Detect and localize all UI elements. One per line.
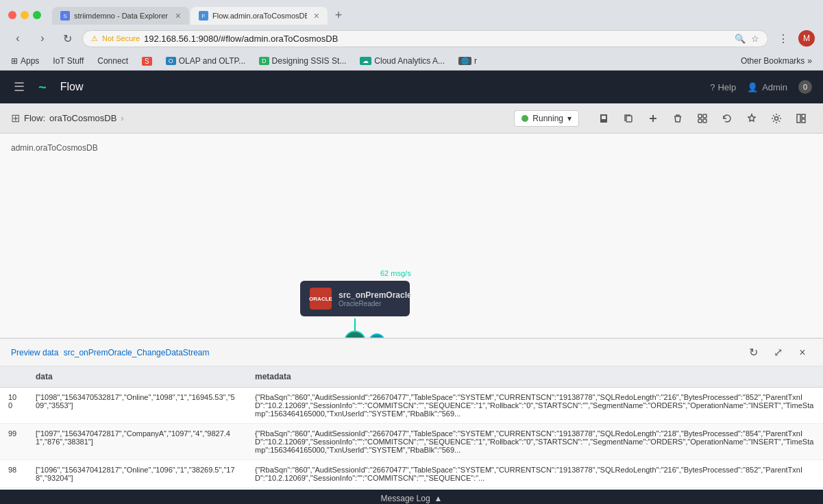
bookmark-s-icon: S [142,57,152,66]
row-metadata: {"RbaSqn":"860","AuditSessionId":"266704… [247,424,823,460]
canvas-label: admin.oraToCosmosDB [11,143,98,153]
bookmark-apps-label: Apps [21,56,39,66]
breadcrumb-flow-icon: ⊞ [11,112,20,125]
search-icon[interactable]: 🔍 [735,34,746,44]
source-node[interactable]: ORACLE src_onPremOracle OracleReader [300,281,410,316]
bookmark-r-label: r [474,56,477,66]
copy-button[interactable] [617,108,639,129]
svg-rect-8 [703,119,707,123]
admin-button[interactable]: 👤 Admin [747,82,787,92]
settings-button[interactable] [765,108,787,129]
bookmark-r-icon: 🌐 [458,57,471,65]
user-icon: 👤 [747,82,758,92]
new-tab-button[interactable]: + [329,5,348,25]
address-bar[interactable]: ⚠ Not Secure 192.168.56.1:9080/#flow/adm… [82,30,768,47]
forward-button[interactable]: › [33,29,52,48]
help-button[interactable]: ? Help [710,82,736,92]
bookmark-ssis[interactable]: D Designing SSIS St... [256,55,349,67]
preview-eye-button[interactable] [369,333,385,338]
tab-icon-striim: S [60,11,70,21]
row-metadata: {"RbaSqn":"860","AuditSessionId":"266704… [247,388,823,424]
svg-rect-5 [698,114,702,118]
svg-rect-11 [802,114,805,118]
other-bookmarks[interactable]: Other Bookmarks » [738,55,815,67]
alert-button[interactable] [741,108,763,129]
row-data: ["1098","1563470532817","Online","1098",… [27,388,247,424]
admin-label: Admin [762,82,787,92]
close-window-button[interactable] [8,11,16,19]
bookmark-iot[interactable]: IoT Stuff [50,55,86,67]
row-data: ["1097","1563470472817","CompanyA","1097… [27,424,247,460]
maximize-window-button[interactable] [33,11,41,19]
row-num: 98 [0,460,27,488]
app-header: ☰ ~ Flow ? Help 👤 Admin 0 [0,71,823,103]
tab-close-striim[interactable]: × [175,11,181,21]
profile-icon[interactable]: M [798,30,815,47]
bookmarks-bar: ⊞ Apps IoT Stuff Connect S O OLAP and OL… [0,52,823,71]
notification-count: 0 [803,83,807,91]
deploy-button[interactable] [691,108,713,129]
save-button[interactable] [593,108,615,129]
breadcrumb-flow-name: oraToCosmosDB [49,113,116,123]
bookmark-iot-label: IoT Stuff [53,56,84,66]
toolbar-icons [593,108,812,129]
sidebar-toggle-button[interactable]: ☰ [11,77,27,97]
row-metadata: {"RbaSqn":"860","AuditSessionId":"266704… [247,460,823,488]
help-label: Help [717,82,736,92]
tab-label-striim: striimdemno - Data Explorer - M... [74,12,169,20]
breadcrumb-flow-label: Flow: [24,113,45,123]
bookmark-cloud-label: Cloud Analytics A... [374,56,445,66]
message-log-expand-icon: ▲ [434,494,443,503]
layout-button[interactable] [790,108,812,129]
preview-title-prefix: Preview data [11,348,58,357]
bookmark-olap-label: OLAP and OLTP... [179,56,245,66]
extensions-button[interactable]: ⋮ [774,29,793,48]
message-log-bar[interactable]: Message Log ▲ [0,490,823,504]
tab-flow[interactable]: F Flow.admin.oraToCosmosDB × [191,7,328,25]
other-bookmarks-icon: » [807,56,812,66]
row-num: 100 [0,388,27,424]
back-button[interactable]: ‹ [8,29,27,48]
svg-rect-6 [703,114,707,118]
bookmark-star-icon[interactable]: ☆ [751,34,759,44]
security-label: Not Secure [102,34,140,42]
row-num: 99 [0,424,27,460]
preview-table-body: 100 ["1098","1563470532817","Online","10… [0,388,823,488]
header-actions: ? Help 👤 Admin 0 [710,80,812,94]
flow-canvas: admin.oraToCosmosDB 62 msg/s ORACLE src_… [0,134,823,338]
bookmark-r[interactable]: 🌐 r [456,55,480,67]
table-header-row: data metadata [0,366,823,388]
preview-stream-name: src_onPremOracle_ChangeDataStream [64,348,210,357]
tab-close-flow[interactable]: × [314,11,319,21]
status-dropdown-icon: ▾ [567,114,572,123]
table-row: 98 ["1096","1563470412817","Online","109… [0,460,823,488]
minimize-window-button[interactable] [21,11,29,19]
bookmark-connect-label: Connect [97,56,128,66]
bookmark-connect[interactable]: Connect [95,55,131,67]
tab-striim-demo[interactable]: S striimdemno - Data Explorer - M... × [52,7,189,25]
message-log-label: Message Log [381,494,430,503]
bookmark-cloud[interactable]: ☁ Cloud Analytics A... [357,55,447,67]
bookmark-olap[interactable]: O OLAP and OLTP... [163,55,248,67]
tab-label-flow: Flow.admin.oraToCosmosDB [212,12,307,20]
expand-button[interactable]: ⤢ [768,343,787,362]
undo-button[interactable] [716,108,738,129]
status-dot [521,115,528,122]
table-row: 99 ["1097","1563470472817","CompanyA","1… [0,424,823,460]
bookmark-apps[interactable]: ⊞ Apps [8,55,42,67]
processor-node[interactable] [344,331,366,338]
reload-button[interactable]: ↻ [58,29,77,48]
svg-rect-2 [606,114,607,120]
add-button[interactable] [642,108,664,129]
close-preview-button[interactable]: × [793,343,812,362]
app-title: Flow [60,81,699,93]
delete-button[interactable] [667,108,689,129]
browser-window-controls[interactable] [8,11,41,19]
browser-titlebar: S striimdemno - Data Explorer - M... × F… [0,0,823,25]
preview-table-wrapper[interactable]: data metadata 100 ["1098","1563470532817… [0,366,823,490]
refresh-button[interactable]: ↻ [744,343,763,362]
preview-table: data metadata 100 ["1098","1563470532817… [0,366,823,488]
notification-badge[interactable]: 0 [798,80,812,94]
status-indicator[interactable]: Running ▾ [514,110,579,127]
bookmark-s[interactable]: S [139,55,155,67]
